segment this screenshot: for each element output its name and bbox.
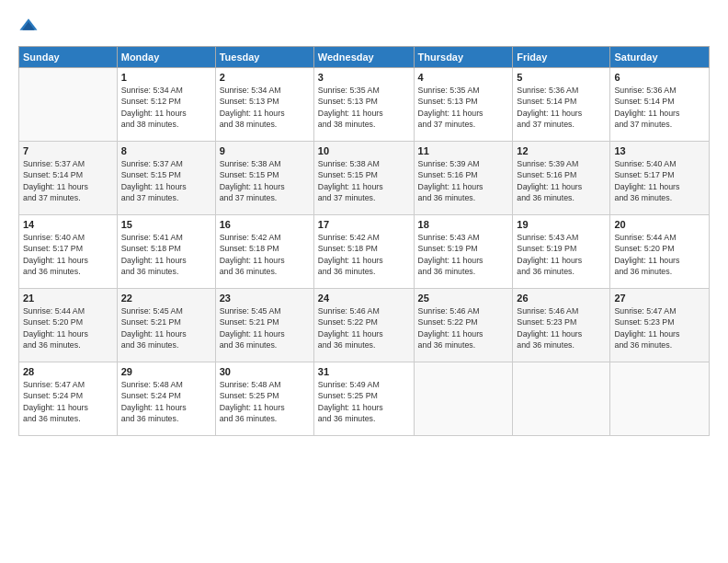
day-info: Sunrise: 5:39 AMSunset: 5:16 PMDaylight:… xyxy=(418,158,509,203)
calendar-week-row: 28Sunrise: 5:47 AMSunset: 5:24 PMDayligh… xyxy=(19,362,710,436)
calendar-cell: 7Sunrise: 5:37 AMSunset: 5:14 PMDaylight… xyxy=(19,142,118,215)
calendar-cell: 26Sunrise: 5:46 AMSunset: 5:23 PMDayligh… xyxy=(513,289,610,362)
calendar-cell: 30Sunrise: 5:48 AMSunset: 5:25 PMDayligh… xyxy=(215,362,313,436)
calendar-cell: 27Sunrise: 5:47 AMSunset: 5:23 PMDayligh… xyxy=(610,289,710,362)
calendar-cell: 20Sunrise: 5:44 AMSunset: 5:20 PMDayligh… xyxy=(610,215,710,289)
calendar-cell: 3Sunrise: 5:35 AMSunset: 5:13 PMDaylight… xyxy=(313,68,414,142)
day-info: Sunrise: 5:34 AMSunset: 5:12 PMDaylight:… xyxy=(121,85,211,130)
day-number: 14 xyxy=(23,219,113,230)
calendar-cell: 16Sunrise: 5:42 AMSunset: 5:18 PMDayligh… xyxy=(215,215,313,289)
day-number: 16 xyxy=(220,219,310,230)
day-number: 5 xyxy=(517,72,606,83)
day-info: Sunrise: 5:42 AMSunset: 5:18 PMDaylight:… xyxy=(318,232,410,277)
day-info: Sunrise: 5:35 AMSunset: 5:13 PMDaylight:… xyxy=(318,85,410,130)
day-number: 19 xyxy=(517,219,606,230)
day-number: 10 xyxy=(318,145,410,156)
day-number: 4 xyxy=(418,72,509,83)
day-info: Sunrise: 5:37 AMSunset: 5:14 PMDaylight:… xyxy=(23,158,113,203)
day-header: Wednesday xyxy=(313,47,414,68)
day-info: Sunrise: 5:43 AMSunset: 5:19 PMDaylight:… xyxy=(517,232,606,277)
calendar-cell: 6Sunrise: 5:36 AMSunset: 5:14 PMDaylight… xyxy=(610,68,710,142)
day-info: Sunrise: 5:46 AMSunset: 5:22 PMDaylight:… xyxy=(318,305,410,350)
day-header: Saturday xyxy=(610,47,710,68)
day-header: Friday xyxy=(513,47,610,68)
logo-icon xyxy=(18,17,39,37)
day-header: Thursday xyxy=(414,47,513,68)
calendar-cell: 23Sunrise: 5:45 AMSunset: 5:21 PMDayligh… xyxy=(215,289,313,362)
day-number: 26 xyxy=(517,293,606,304)
calendar-week-row: 14Sunrise: 5:40 AMSunset: 5:17 PMDayligh… xyxy=(19,215,710,289)
calendar-cell: 10Sunrise: 5:38 AMSunset: 5:15 PMDayligh… xyxy=(313,142,414,215)
calendar-cell xyxy=(513,362,610,436)
calendar-cell: 15Sunrise: 5:41 AMSunset: 5:18 PMDayligh… xyxy=(117,215,215,289)
calendar-week-row: 21Sunrise: 5:44 AMSunset: 5:20 PMDayligh… xyxy=(19,289,710,362)
day-info: Sunrise: 5:34 AMSunset: 5:13 PMDaylight:… xyxy=(220,85,310,130)
calendar-cell: 13Sunrise: 5:40 AMSunset: 5:17 PMDayligh… xyxy=(610,142,710,215)
calendar-cell: 14Sunrise: 5:40 AMSunset: 5:17 PMDayligh… xyxy=(19,215,118,289)
calendar-cell: 9Sunrise: 5:38 AMSunset: 5:15 PMDaylight… xyxy=(215,142,313,215)
calendar-cell: 28Sunrise: 5:47 AMSunset: 5:24 PMDayligh… xyxy=(19,362,118,436)
day-info: Sunrise: 5:43 AMSunset: 5:19 PMDaylight:… xyxy=(418,232,509,277)
day-header: Tuesday xyxy=(215,47,313,68)
day-info: Sunrise: 5:46 AMSunset: 5:22 PMDaylight:… xyxy=(418,305,509,350)
day-number: 7 xyxy=(23,145,113,156)
calendar-cell: 31Sunrise: 5:49 AMSunset: 5:25 PMDayligh… xyxy=(313,362,414,436)
day-info: Sunrise: 5:48 AMSunset: 5:24 PMDaylight:… xyxy=(121,379,211,424)
day-number: 22 xyxy=(121,293,211,304)
calendar-table: SundayMondayTuesdayWednesdayThursdayFrid… xyxy=(18,46,710,436)
day-info: Sunrise: 5:45 AMSunset: 5:21 PMDaylight:… xyxy=(121,305,211,350)
calendar-cell: 25Sunrise: 5:46 AMSunset: 5:22 PMDayligh… xyxy=(414,289,513,362)
day-info: Sunrise: 5:41 AMSunset: 5:18 PMDaylight:… xyxy=(121,232,211,277)
calendar-week-row: 7Sunrise: 5:37 AMSunset: 5:14 PMDaylight… xyxy=(19,142,710,215)
day-info: Sunrise: 5:49 AMSunset: 5:25 PMDaylight:… xyxy=(318,379,410,424)
day-info: Sunrise: 5:44 AMSunset: 5:20 PMDaylight:… xyxy=(23,305,113,350)
header-row: SundayMondayTuesdayWednesdayThursdayFrid… xyxy=(19,47,710,68)
day-info: Sunrise: 5:38 AMSunset: 5:15 PMDaylight:… xyxy=(220,158,310,203)
day-number: 6 xyxy=(614,72,705,83)
day-number: 24 xyxy=(318,293,410,304)
calendar-cell: 12Sunrise: 5:39 AMSunset: 5:16 PMDayligh… xyxy=(513,142,610,215)
calendar-cell: 8Sunrise: 5:37 AMSunset: 5:15 PMDaylight… xyxy=(117,142,215,215)
day-info: Sunrise: 5:40 AMSunset: 5:17 PMDaylight:… xyxy=(614,158,705,203)
day-info: Sunrise: 5:42 AMSunset: 5:18 PMDaylight:… xyxy=(220,232,310,277)
calendar-cell: 11Sunrise: 5:39 AMSunset: 5:16 PMDayligh… xyxy=(414,142,513,215)
calendar-cell xyxy=(414,362,513,436)
day-number: 3 xyxy=(318,72,410,83)
calendar-cell xyxy=(610,362,710,436)
calendar-week-row: 1Sunrise: 5:34 AMSunset: 5:12 PMDaylight… xyxy=(19,68,710,142)
calendar-cell: 5Sunrise: 5:36 AMSunset: 5:14 PMDaylight… xyxy=(513,68,610,142)
day-info: Sunrise: 5:44 AMSunset: 5:20 PMDaylight:… xyxy=(614,232,705,277)
day-number: 30 xyxy=(220,366,310,377)
day-number: 11 xyxy=(418,145,509,156)
day-info: Sunrise: 5:37 AMSunset: 5:15 PMDaylight:… xyxy=(121,158,211,203)
calendar-cell: 29Sunrise: 5:48 AMSunset: 5:24 PMDayligh… xyxy=(117,362,215,436)
day-info: Sunrise: 5:36 AMSunset: 5:14 PMDaylight:… xyxy=(517,85,606,130)
day-info: Sunrise: 5:35 AMSunset: 5:13 PMDaylight:… xyxy=(418,85,509,130)
day-number: 23 xyxy=(220,293,310,304)
calendar-page: SundayMondayTuesdayWednesdayThursdayFrid… xyxy=(0,0,728,563)
day-info: Sunrise: 5:48 AMSunset: 5:25 PMDaylight:… xyxy=(220,379,310,424)
day-info: Sunrise: 5:47 AMSunset: 5:23 PMDaylight:… xyxy=(614,305,705,350)
day-number: 1 xyxy=(121,72,211,83)
day-number: 25 xyxy=(418,293,509,304)
day-info: Sunrise: 5:38 AMSunset: 5:15 PMDaylight:… xyxy=(318,158,410,203)
day-info: Sunrise: 5:46 AMSunset: 5:23 PMDaylight:… xyxy=(517,305,606,350)
day-number: 8 xyxy=(121,145,211,156)
day-number: 21 xyxy=(23,293,113,304)
calendar-cell: 19Sunrise: 5:43 AMSunset: 5:19 PMDayligh… xyxy=(513,215,610,289)
logo xyxy=(18,17,42,37)
day-number: 27 xyxy=(614,293,705,304)
calendar-cell: 2Sunrise: 5:34 AMSunset: 5:13 PMDaylight… xyxy=(215,68,313,142)
day-info: Sunrise: 5:39 AMSunset: 5:16 PMDaylight:… xyxy=(517,158,606,203)
day-number: 17 xyxy=(318,219,410,230)
day-header: Monday xyxy=(117,47,215,68)
day-number: 18 xyxy=(418,219,509,230)
day-number: 28 xyxy=(23,366,113,377)
day-info: Sunrise: 5:36 AMSunset: 5:14 PMDaylight:… xyxy=(614,85,705,130)
day-number: 31 xyxy=(318,366,410,377)
day-number: 12 xyxy=(517,145,606,156)
day-header: Sunday xyxy=(19,47,118,68)
calendar-cell xyxy=(19,68,118,142)
calendar-cell: 4Sunrise: 5:35 AMSunset: 5:13 PMDaylight… xyxy=(414,68,513,142)
calendar-cell: 22Sunrise: 5:45 AMSunset: 5:21 PMDayligh… xyxy=(117,289,215,362)
